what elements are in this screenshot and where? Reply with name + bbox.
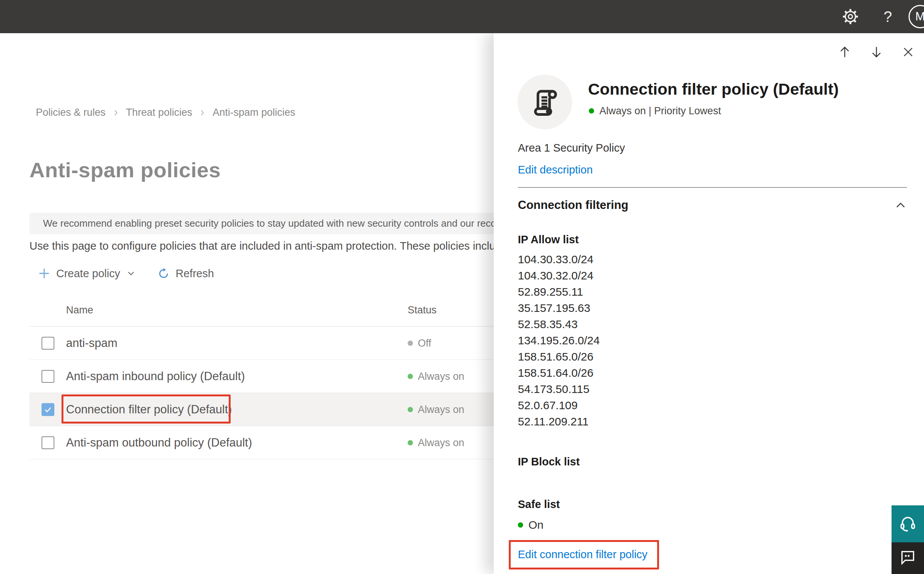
close-icon[interactable] <box>900 44 916 60</box>
safe-list-status: On <box>518 517 544 533</box>
policy-table: Name Status anti-spam Off Anti-spam inbo… <box>29 293 494 459</box>
section-title: Connection filtering <box>518 199 628 212</box>
breadcrumb: Policies & rules Threat policies Anti-sp… <box>36 107 295 118</box>
refresh-button[interactable]: Refresh <box>157 267 214 280</box>
status-cell: Off <box>408 326 432 360</box>
toolbar: Create policy Refresh <box>29 262 214 285</box>
row-name: Anti-spam inbound policy (Default) <box>66 360 245 393</box>
next-item-arrow-down-icon[interactable] <box>869 44 884 60</box>
page-description: Use this page to configure policies that… <box>29 238 494 254</box>
ip-entry: 104.30.33.0/24 <box>518 251 600 267</box>
recommendation-banner: We recommend enabling preset security po… <box>29 213 494 234</box>
page-title: Anti-spam policies <box>29 158 221 182</box>
row-name: anti-spam <box>66 326 117 360</box>
status-cell: Always on <box>408 393 464 426</box>
row-checkbox-checked[interactable] <box>41 403 54 416</box>
edit-connection-filter-policy-link[interactable]: Edit connection filter policy <box>518 548 647 561</box>
refresh-icon <box>157 267 170 280</box>
table-row-connection-filter-policy[interactable]: Connection filter policy (Default) Alway… <box>29 393 494 426</box>
row-checkbox[interactable] <box>41 337 54 350</box>
ip-entry: 158.51.64.0/26 <box>518 365 600 381</box>
safe-list-title: Safe list <box>518 498 560 511</box>
ip-allow-list: 104.30.33.0/24 104.30.32.0/24 52.89.255.… <box>518 251 600 430</box>
table-row-anti-spam[interactable]: anti-spam Off <box>29 326 494 360</box>
support-headset-button[interactable] <box>892 505 924 542</box>
policy-details-panel: Connection filter policy (Default) Alway… <box>494 33 924 574</box>
status-on-dot <box>408 407 413 412</box>
panel-status-line: Always on | Priority Lowest <box>589 103 721 118</box>
status-on-dot <box>408 374 413 379</box>
status-on-dot <box>589 108 594 114</box>
top-app-bar: ? M <box>0 0 924 33</box>
ip-entry: 54.173.50.115 <box>518 381 600 397</box>
table-header: Name Status <box>29 293 494 326</box>
column-header-status[interactable]: Status <box>408 293 437 326</box>
ip-entry: 52.11.209.211 <box>518 413 600 430</box>
feedback-chat-icon <box>899 548 916 566</box>
anti-spam-policies-page: { "topbar": { "help_label": "?", "avatar… <box>0 0 924 574</box>
create-policy-button[interactable]: Create policy <box>38 267 136 280</box>
status-on-dot <box>408 440 413 445</box>
safe-list-status-label: On <box>528 519 544 531</box>
headset-icon <box>898 514 917 533</box>
check-icon <box>43 405 52 414</box>
ip-entry: 35.157.195.63 <box>518 300 600 316</box>
previous-item-arrow-up-icon[interactable] <box>837 44 852 60</box>
panel-status-text: Always on | Priority Lowest <box>600 105 721 117</box>
status-cell: Always on <box>408 426 464 459</box>
breadcrumb-anti-spam-policies[interactable]: Anti-spam policies <box>212 107 295 118</box>
panel-title: Connection filter policy (Default) <box>588 79 905 99</box>
ip-entry: 52.89.255.11 <box>518 284 600 300</box>
table-row-outbound-policy[interactable]: Anti-spam outbound policy (Default) Alwa… <box>29 426 494 459</box>
ip-entry: 104.30.32.0/24 <box>518 267 600 284</box>
status-on-dot <box>518 522 523 528</box>
create-policy-label: Create policy <box>56 267 120 280</box>
status-cell: Always on <box>408 360 464 393</box>
ip-entry: 52.58.35.43 <box>518 316 600 332</box>
ip-entry: 134.195.26.0/24 <box>518 332 600 348</box>
policy-description: Area 1 Security Policy <box>518 142 625 154</box>
policy-scroll-icon <box>517 75 572 129</box>
row-checkbox[interactable] <box>41 436 54 449</box>
breadcrumb-policies-rules[interactable]: Policies & rules <box>36 107 106 118</box>
ip-entry: 158.51.65.0/26 <box>518 348 600 365</box>
status-label: Always on <box>418 404 464 416</box>
row-checkbox[interactable] <box>41 370 54 383</box>
status-label: Always on <box>418 371 464 382</box>
breadcrumb-threat-policies[interactable]: Threat policies <box>126 107 193 118</box>
edit-description-link[interactable]: Edit description <box>518 164 593 176</box>
row-name: Anti-spam outbound policy (Default) <box>66 426 252 459</box>
row-name: Connection filter policy (Default) <box>66 393 232 426</box>
status-label: Always on <box>418 437 464 449</box>
status-label: Off <box>418 337 432 349</box>
panel-navigation <box>837 44 916 60</box>
chevron-right-icon <box>112 109 120 117</box>
settings-gear-icon[interactable] <box>840 7 860 27</box>
help-icon[interactable]: ? <box>878 7 897 27</box>
chevron-right-icon <box>198 109 206 117</box>
banner-text: We recommend enabling preset security po… <box>43 218 494 229</box>
plus-icon <box>38 267 51 280</box>
ip-block-list-title: IP Block list <box>518 456 580 468</box>
chevron-up-icon <box>894 199 907 211</box>
account-avatar[interactable]: M <box>908 5 924 28</box>
feedback-button[interactable] <box>892 542 924 574</box>
status-off-dot <box>408 341 413 346</box>
ip-entry: 52.0.67.109 <box>518 397 600 413</box>
divider <box>518 187 907 188</box>
ip-allow-list-title: IP Allow list <box>518 233 579 246</box>
refresh-label: Refresh <box>176 267 214 280</box>
table-row-inbound-policy[interactable]: Anti-spam inbound policy (Default) Alway… <box>29 360 494 393</box>
chevron-down-icon <box>126 268 136 279</box>
connection-filtering-section-header[interactable]: Connection filtering <box>518 196 907 214</box>
column-header-name[interactable]: Name <box>66 293 93 326</box>
